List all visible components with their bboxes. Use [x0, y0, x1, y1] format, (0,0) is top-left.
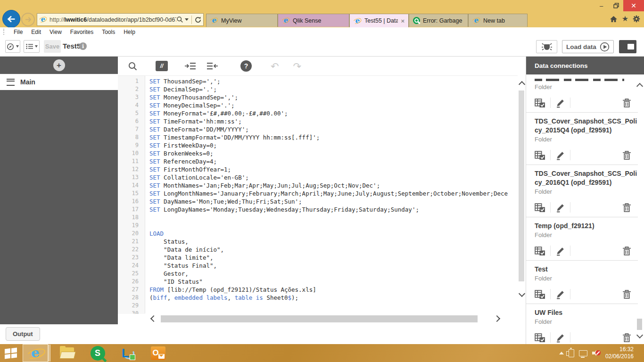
- vertical-scroll-thumb[interactable]: [519, 90, 524, 281]
- code-line[interactable]: LOAD: [145, 230, 164, 238]
- hidden-icons-arrow[interactable]: [559, 352, 564, 354]
- panel-scroll-down-icon[interactable]: [636, 332, 643, 338]
- menu-item-file[interactable]: File: [9, 29, 27, 35]
- delete-icon[interactable]: [622, 150, 631, 160]
- connection-item[interactable]: TestFolder: [526, 261, 638, 304]
- power-icon[interactable]: [569, 349, 574, 357]
- menu-grip[interactable]: [3, 29, 6, 35]
- code-line[interactable]: SET MoneyFormat='£#,##0.00;-£#,##0.00';: [145, 109, 288, 117]
- connection-item[interactable]: TDS_Cover_Snapshot_SCS_Policy_2015Q4 (op…: [526, 113, 638, 165]
- panel-scrollbar[interactable]: [636, 57, 643, 344]
- horizontal-scroll-thumb[interactable]: [161, 315, 478, 322]
- taskbar-outlook[interactable]: O: [145, 344, 171, 362]
- minimize-button[interactable]: –: [594, 0, 609, 11]
- code-line[interactable]: SET FirstMonthOfYear=1;: [145, 165, 231, 173]
- right-panel-toggle-button[interactable]: [619, 40, 636, 53]
- browser-tab[interactable]: eNew tab: [468, 14, 528, 27]
- code-line[interactable]: SET CollationLocale='en-GB';: [145, 173, 249, 181]
- code-line[interactable]: SET MoneyDecimalSep='.';: [145, 101, 235, 109]
- save-button[interactable]: Save: [44, 40, 61, 53]
- volume-muted-icon[interactable]: [592, 349, 601, 357]
- edit-icon[interactable]: [555, 333, 565, 343]
- connection-item[interactable]: TDS_Cover_Snapshot_SCS_Policy_2016Q1 (op…: [526, 165, 638, 217]
- panel-scroll-up-icon[interactable]: [636, 83, 643, 90]
- code-line[interactable]: [145, 302, 149, 310]
- code-line[interactable]: SET ReferenceDay=4;: [145, 157, 217, 165]
- favorites-star-icon[interactable]: ★: [622, 15, 628, 23]
- forward-button[interactable]: [21, 13, 35, 26]
- debug-button[interactable]: [536, 40, 557, 53]
- code-line[interactable]: "Status Final",: [145, 262, 217, 270]
- menu-item-favorites[interactable]: Favorites: [66, 29, 98, 35]
- code-line[interactable]: Status,: [145, 238, 189, 246]
- load-data-button[interactable]: Load data: [562, 40, 614, 53]
- code-area[interactable]: 1SET ThousandSep=',';2SET DecimalSep='.'…: [118, 75, 518, 314]
- select-data-icon[interactable]: [535, 98, 545, 108]
- start-button[interactable]: [0, 344, 22, 362]
- code-line[interactable]: SET BrokenWeeks=0;: [145, 149, 213, 157]
- menu-item-tools[interactable]: Tools: [98, 29, 119, 35]
- add-section-icon[interactable]: +: [53, 59, 65, 71]
- delete-icon[interactable]: [622, 203, 631, 213]
- code-line[interactable]: "ID Status": [145, 278, 203, 286]
- code-line[interactable]: SET DecimalSep='.';: [145, 85, 217, 93]
- scroll-right-icon[interactable]: [494, 315, 500, 322]
- outdent-icon[interactable]: [206, 62, 218, 70]
- code-line[interactable]: SET LongMonthNames='January;February;Mar…: [145, 189, 508, 197]
- connection-item[interactable]: Temp (opd_f29121)Folder: [526, 217, 638, 261]
- code-line[interactable]: SET DayNames='Mon;Tue;Wed;Thu;Fri;Sat;Su…: [145, 197, 302, 206]
- edit-icon[interactable]: [555, 98, 565, 108]
- code-line[interactable]: SET ThousandSep=',';: [145, 77, 221, 85]
- code-line[interactable]: FROM [lib://Temp (opd_f29121)/Status Açõ…: [145, 286, 316, 294]
- search-icon[interactable]: [128, 61, 138, 71]
- redo-icon[interactable]: ↷: [293, 61, 302, 71]
- help-icon[interactable]: ?: [240, 60, 252, 72]
- tools-gear-icon[interactable]: [633, 15, 640, 23]
- code-line[interactable]: (biff, embedded labels, table is Sheet0$…: [145, 294, 298, 302]
- scroll-up-icon[interactable]: [519, 81, 525, 88]
- network-icon[interactable]: [579, 350, 587, 356]
- sections-menu-button[interactable]: [24, 40, 40, 53]
- clock[interactable]: 16:32 02/06/2016: [605, 346, 634, 360]
- edit-icon[interactable]: [555, 203, 565, 213]
- taskbar-qlik-sense[interactable]: S: [85, 344, 110, 362]
- code-line[interactable]: SET LongDayNames='Monday;Tuesday;Wednesd…: [145, 206, 419, 214]
- delete-icon[interactable]: [622, 333, 631, 343]
- refresh-icon[interactable]: [195, 16, 201, 23]
- code-line[interactable]: SET FirstWeekDay=0;: [145, 141, 217, 149]
- info-icon[interactable]: i: [79, 42, 87, 50]
- section-item-main[interactable]: Main: [0, 74, 118, 90]
- close-button[interactable]: ✕: [623, 0, 644, 11]
- code-line[interactable]: SET DateFormat='DD/MM/YYYY';: [145, 125, 249, 133]
- output-button[interactable]: Output: [6, 327, 40, 341]
- edit-icon[interactable]: [555, 289, 565, 299]
- address-bar[interactable]: e http://lwwitic6/dataloadeditor/app/1b2…: [37, 13, 204, 26]
- editor-vertical-scrollbar[interactable]: [518, 75, 526, 313]
- editor-horizontal-scrollbar[interactable]: [145, 313, 526, 324]
- code-line[interactable]: "Data de início",: [145, 246, 224, 254]
- code-line[interactable]: SET MonthNames='Jan;Feb;Mar;Apr;May;Jun;…: [145, 181, 380, 189]
- select-data-icon[interactable]: [535, 150, 545, 160]
- drag-handle-icon[interactable]: [7, 79, 15, 86]
- browser-tab[interactable]: Error: Garbage after stat...: [409, 14, 468, 27]
- taskbar-internet-explorer[interactable]: e: [23, 344, 48, 362]
- browser-tab[interactable]: eTest55 | Data load ed...×: [349, 14, 409, 27]
- connection-item[interactable]: Folder: [526, 74, 638, 113]
- home-icon[interactable]: [610, 16, 618, 23]
- delete-icon[interactable]: [622, 289, 631, 299]
- select-data-icon[interactable]: [535, 203, 545, 213]
- scroll-down-icon[interactable]: [519, 290, 525, 297]
- scroll-left-icon[interactable]: [150, 315, 157, 322]
- indent-icon[interactable]: [185, 62, 196, 70]
- menu-item-edit[interactable]: Edit: [27, 29, 45, 35]
- code-line[interactable]: SET TimeFormat='hh:mm:ss';: [145, 117, 242, 125]
- tab-close-icon[interactable]: ×: [401, 17, 405, 25]
- restore-button[interactable]: [609, 0, 623, 11]
- url-text[interactable]: http://lwwitic6/dataloadeditor/app/1b2bc…: [50, 16, 176, 23]
- code-line[interactable]: Gestor,: [145, 270, 189, 278]
- select-data-icon[interactable]: [535, 333, 545, 343]
- delete-icon[interactable]: [622, 98, 631, 108]
- code-line[interactable]: SET MoneyThousandSep=',';: [145, 93, 238, 101]
- navigation-menu-button[interactable]: [5, 40, 20, 53]
- menu-item-help[interactable]: Help: [119, 29, 140, 35]
